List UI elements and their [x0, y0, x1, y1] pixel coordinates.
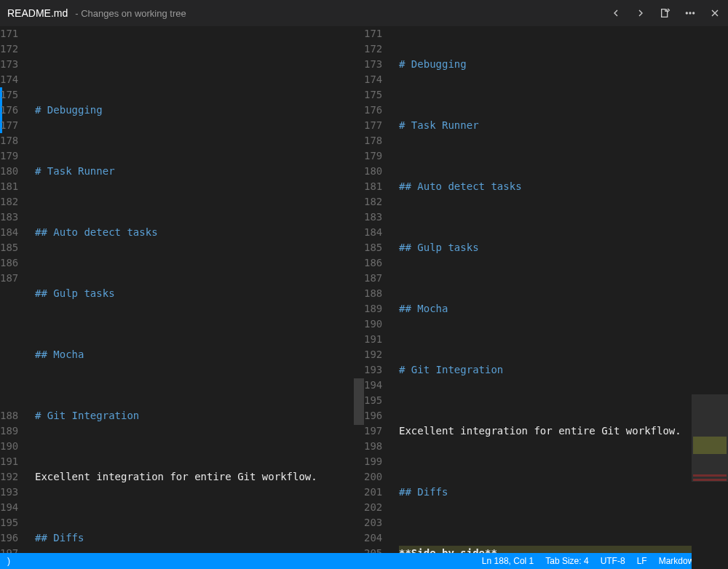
line-number: 189: [364, 301, 392, 317]
code-line[interactable]: [399, 26, 728, 41]
code-line[interactable]: [399, 332, 728, 347]
minimap-delete-mark: [693, 479, 727, 481]
line-number: 179: [364, 148, 392, 164]
code-line[interactable]: Excellent integration for entire Git wor…: [35, 469, 364, 485]
code-line[interactable]: [35, 72, 364, 87]
line-number: [0, 332, 28, 347]
code-line[interactable]: # Task Runner: [399, 118, 728, 133]
line-number: 191: [0, 454, 28, 469]
code-line[interactable]: ## Mocha: [399, 301, 728, 317]
line-number: 204: [364, 530, 392, 546]
line-number: 175: [364, 87, 392, 103]
minimap-change-mark: [693, 437, 727, 454]
status-cursor[interactable]: Ln 188, Col 1: [482, 556, 534, 566]
code-line[interactable]: ## Gulp tasks: [35, 286, 364, 301]
line-gutter-right: 1711721731741751761771781791801811821831…: [364, 26, 399, 553]
forward-icon[interactable]: [635, 7, 646, 19]
line-number: 188: [0, 408, 28, 423]
line-number: 185: [0, 240, 28, 255]
line-number: 181: [364, 179, 392, 194]
status-left-badge[interactable]: ): [7, 556, 10, 566]
line-number: 172: [364, 41, 392, 57]
line-number: 183: [364, 210, 392, 225]
code-line[interactable]: [399, 148, 728, 164]
line-number: 190: [0, 439, 28, 454]
file-subtitle: - Changes on working tree: [75, 8, 186, 19]
code-line[interactable]: ## Gulp tasks: [399, 240, 728, 255]
line-number: 192: [364, 347, 392, 362]
line-number: 184: [364, 225, 392, 240]
line-number: 195: [364, 393, 392, 408]
line-number: 187: [364, 271, 392, 286]
line-number: 192: [0, 469, 28, 485]
line-number: 177: [0, 118, 28, 133]
close-icon[interactable]: [709, 7, 721, 19]
status-tabsize[interactable]: Tab Size: 4: [545, 556, 588, 566]
code-line[interactable]: # Git Integration: [35, 408, 364, 423]
code-line[interactable]: [35, 317, 364, 332]
code-line[interactable]: **Side by side**: [399, 546, 728, 553]
code-line[interactable]: ## Auto detect tasks: [35, 225, 364, 240]
status-eol[interactable]: LF: [637, 556, 647, 566]
code-line[interactable]: # Git Integration: [399, 362, 728, 378]
line-number: [0, 362, 28, 378]
line-number: 173: [364, 57, 392, 72]
code-area-right[interactable]: # Debugging# Task Runner## Auto detect t…: [399, 26, 728, 553]
line-number: 177: [364, 118, 392, 133]
code-line[interactable]: [35, 194, 364, 210]
code-line[interactable]: ## Diffs: [399, 485, 728, 500]
code-line[interactable]: [35, 255, 364, 271]
line-number: 173: [0, 57, 28, 72]
code-line[interactable]: [35, 133, 364, 148]
status-encoding[interactable]: UTF-8: [601, 556, 625, 566]
code-line[interactable]: [399, 210, 728, 225]
open-file-icon[interactable]: [660, 7, 671, 19]
back-icon[interactable]: [610, 7, 622, 19]
line-number: 182: [364, 194, 392, 210]
code-line[interactable]: [399, 454, 728, 469]
line-number: 200: [364, 469, 392, 485]
code-line[interactable]: [399, 87, 728, 103]
line-number: 179: [0, 148, 28, 164]
line-number: 194: [364, 378, 392, 393]
code-area-left[interactable]: # Debugging# Task Runner## Auto detect t…: [35, 26, 364, 553]
code-line[interactable]: ## Mocha: [35, 347, 364, 362]
code-line[interactable]: ## Auto detect tasks: [399, 179, 728, 194]
code-line[interactable]: ## Diffs: [35, 530, 364, 546]
line-number: 187: [0, 271, 28, 286]
line-gutter-left: 1711721731741751761771781791801811821831…: [0, 26, 35, 553]
code-line[interactable]: [35, 439, 364, 454]
line-number: 205: [364, 546, 392, 553]
code-line[interactable]: # Debugging: [399, 57, 728, 72]
code-line[interactable]: [399, 393, 728, 408]
line-number: 180: [0, 164, 28, 179]
line-number: 175: [0, 87, 28, 103]
minimap-delete-mark: [693, 474, 727, 477]
titlebar: README.md - Changes on working tree: [0, 0, 728, 26]
code-line[interactable]: [35, 378, 364, 393]
code-line[interactable]: [35, 500, 364, 515]
line-number: 202: [364, 500, 392, 515]
line-number: 185: [364, 240, 392, 255]
code-line[interactable]: # Debugging: [35, 103, 364, 118]
minimap[interactable]: [692, 52, 728, 569]
line-number: 190: [364, 317, 392, 332]
diff-pane-original[interactable]: 1711721731741751761771781791801811821831…: [0, 26, 364, 553]
more-icon[interactable]: [684, 7, 696, 19]
line-number: 193: [0, 485, 28, 500]
line-number: 197: [364, 423, 392, 439]
code-line[interactable]: Excellent integration for entire Git wor…: [399, 423, 728, 439]
line-number: 193: [364, 362, 392, 378]
line-number: [0, 393, 28, 408]
diff-pane-modified[interactable]: 1711721731741751761771781791801811821831…: [364, 26, 728, 553]
line-number: 180: [364, 164, 392, 179]
code-line[interactable]: # Task Runner: [35, 164, 364, 179]
file-name: README.md: [7, 7, 68, 19]
line-number: 197: [0, 546, 28, 553]
line-number: 178: [0, 133, 28, 148]
line-number: [0, 378, 28, 393]
code-line[interactable]: [399, 515, 728, 530]
code-line[interactable]: [399, 271, 728, 286]
line-number: [0, 317, 28, 332]
line-number: 191: [364, 332, 392, 347]
